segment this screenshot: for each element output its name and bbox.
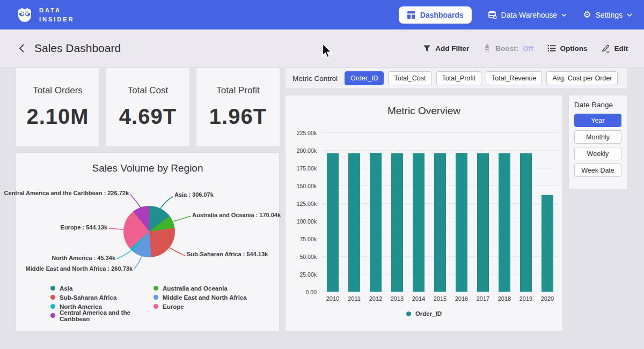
x-axis-label: 2014 xyxy=(408,295,429,302)
legend-label: Middle East and North Africa xyxy=(163,294,247,301)
y-axis-tick: 150.00k xyxy=(286,183,317,189)
bar-chart-title: Metric Overview xyxy=(286,105,562,117)
boost-label: Boost: xyxy=(495,44,518,53)
x-axis-label: 2010 xyxy=(322,295,343,302)
y-axis-tick: 125.00k xyxy=(286,201,317,207)
legend-item-sub-saharan-africa: Sub-Saharan Africa xyxy=(50,293,153,301)
x-axis-label: 2011 xyxy=(343,295,365,302)
data-warehouse-label: Data Warehouse xyxy=(501,11,558,19)
bar-chart-card: Metric Overview Order_ID 0.0025.00k50.00… xyxy=(286,95,562,331)
legend-label: Order_ID xyxy=(415,310,442,317)
bar-2018[interactable] xyxy=(499,153,510,292)
metric-chip-total-profit[interactable]: Total_Profit xyxy=(436,71,482,85)
dashboards-label: Dashboards xyxy=(420,11,464,19)
bar-2019[interactable] xyxy=(520,153,532,292)
page-title: Sales Dashboard xyxy=(34,42,121,55)
pie-label-sub-saharan-africa: Sub-Saharan Africa : 544.13k xyxy=(187,251,268,257)
metric-chip-order-id[interactable]: Order_ID xyxy=(345,71,384,85)
dashboard-grid-icon xyxy=(407,11,415,19)
pie-chart-card: Sales Volume by Region Asia : 306.07kAus… xyxy=(16,153,279,331)
pie-label-middle-east-and-north-africa: Middle East and North Africa : 260.73k xyxy=(26,265,133,272)
x-axis-label: 2015 xyxy=(429,295,451,302)
gridline xyxy=(322,132,558,133)
pie-label-central-america-and-the-caribbean: Central America and the Caribbean : 226.… xyxy=(4,190,129,196)
date-range-panel: Date Range YearMonthlyWeeklyWeek Date xyxy=(569,95,627,189)
chevron-left-icon xyxy=(18,43,25,53)
data-warehouse-menu[interactable]: Data Warehouse xyxy=(488,10,567,19)
options-button[interactable]: Options xyxy=(547,44,588,53)
metric-control-label: Metric Control xyxy=(292,75,338,83)
pie-label-europe: Europe : 544.13k xyxy=(61,224,107,231)
legend-item-central-america-and-the-caribbean: Central America and the Caribbean xyxy=(50,311,153,320)
x-axis-label: 2020 xyxy=(537,295,558,302)
y-axis-tick: 25.00k xyxy=(286,271,317,278)
boost-toggle[interactable]: Boost: Off xyxy=(483,44,533,53)
dashboards-button[interactable]: Dashboards xyxy=(399,6,472,24)
legend-label: Central America and the Caribbean xyxy=(60,309,153,322)
chevron-down-icon xyxy=(627,13,632,17)
bar-2013[interactable] xyxy=(391,153,403,292)
gridline xyxy=(322,292,558,292)
settings-menu[interactable]: ⚙ Settings xyxy=(583,10,632,19)
y-axis-tick: 75.00k xyxy=(286,236,317,242)
legend-item-asia: Asia xyxy=(50,284,153,292)
bar-2010[interactable] xyxy=(327,153,339,292)
x-axis-label: 2017 xyxy=(472,295,494,302)
brand-text: DATA INSIDER xyxy=(39,6,75,24)
date-range-week-date[interactable]: Week Date xyxy=(574,164,621,177)
bar-2015[interactable] xyxy=(434,153,446,292)
x-axis-label: 2019 xyxy=(515,295,537,302)
legend-item-middle-east-and-north-africa: Middle East and North Africa xyxy=(153,293,247,301)
list-icon xyxy=(547,44,556,52)
date-range-year[interactable]: Year xyxy=(574,114,621,127)
kpi-value: 1.96T xyxy=(209,105,267,129)
kpi-card-total-cost: Total Cost 4.69T xyxy=(106,68,189,146)
bar-2016[interactable] xyxy=(456,153,467,292)
bar-2014[interactable] xyxy=(413,153,425,292)
y-axis-tick: 100.00k xyxy=(286,218,317,225)
bar-2011[interactable] xyxy=(348,153,360,292)
y-axis-tick: 175.00k xyxy=(286,165,317,172)
rocket-icon xyxy=(483,44,491,53)
legend-dot xyxy=(50,295,55,300)
pie-label-australia-and-oceania: Australia and Oceania : 170.04k xyxy=(192,212,281,218)
top-navbar: DATA INSIDER Dashboards Data Warehouse xyxy=(0,0,644,29)
settings-label: Settings xyxy=(595,11,623,19)
kpi-card-total-orders: Total Orders 2.10M xyxy=(16,68,99,146)
x-axis-label: 2012 xyxy=(365,295,386,302)
bar-chart-legend: Order_ID xyxy=(286,310,562,317)
date-range-monthly[interactable]: Monthly xyxy=(574,130,621,144)
legend-dot xyxy=(153,286,158,291)
legend-dot xyxy=(153,304,158,309)
database-icon xyxy=(488,10,497,19)
add-filter-button[interactable]: Add Filter xyxy=(423,44,469,53)
pie-legend: AsiaAustralia and OceaniaSub-Saharan Afr… xyxy=(50,284,247,320)
metric-chip-total-cost[interactable]: Total_Cost xyxy=(388,71,431,85)
pencil-icon xyxy=(602,44,610,53)
x-axis-label: 2018 xyxy=(494,295,515,302)
y-axis-tick: 50.00k xyxy=(286,254,317,260)
x-axis-label: 2013 xyxy=(386,295,408,302)
legend-label: Europe xyxy=(163,303,184,310)
metric-chip-total-revenue[interactable]: Total_Revenue xyxy=(486,71,542,85)
pie-label-north-america: North America : 45.34k xyxy=(52,255,115,261)
bar-2012[interactable] xyxy=(370,153,382,292)
edit-button[interactable]: Edit xyxy=(602,44,628,53)
legend-label: Asia xyxy=(60,285,72,292)
legend-label: Australia and Oceania xyxy=(163,285,228,292)
legend-dot xyxy=(50,313,55,318)
page-header: Sales Dashboard Add Filter Boost: Off Op… xyxy=(0,29,644,67)
gridline xyxy=(322,150,558,151)
metric-chip-avg-cost-per-order[interactable]: Avg. Cost per Order xyxy=(546,71,618,85)
pie[interactable] xyxy=(123,206,175,257)
filter-icon xyxy=(423,44,431,53)
bar-2017[interactable] xyxy=(477,153,489,292)
gear-icon: ⚙ xyxy=(583,10,591,19)
bar-2020[interactable] xyxy=(541,195,553,292)
y-axis-tick: 200.00k xyxy=(286,147,317,154)
owl-logo-icon xyxy=(16,6,33,24)
y-axis-tick: 0.00 xyxy=(286,289,317,295)
kpi-card-total-profit: Total Profit 1.96T xyxy=(196,68,280,146)
date-range-weekly[interactable]: Weekly xyxy=(574,147,621,160)
back-button[interactable] xyxy=(16,41,27,55)
